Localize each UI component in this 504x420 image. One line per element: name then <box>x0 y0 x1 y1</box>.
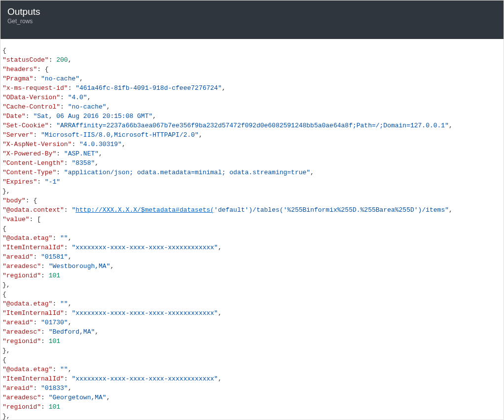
json-line: "@odata.etag": "", <box>2 365 502 374</box>
json-line: { <box>2 224 502 233</box>
json-line: "@odata.etag": "", <box>2 233 502 243</box>
json-line: "areadesc": "Bedford,MA", <box>2 327 502 337</box>
json-line: }, <box>2 346 502 355</box>
json-line: "X-AspNet-Version": "4.0.30319", <box>2 140 502 149</box>
json-line: "Server": "Microsoft-IIS/8.0,Microsoft-H… <box>2 130 502 140</box>
json-line: "ItemInternalId": "xxxxxxxx-xxxx-xxxx-xx… <box>2 243 502 252</box>
json-line: "regionid": 101 <box>2 271 502 280</box>
json-line: "areadesc": "Westborough,MA", <box>2 262 502 271</box>
json-line: "x-ms-request-id": "461a46fc-81fb-4091-9… <box>2 83 502 93</box>
json-line: "Pragma": "no-cache", <box>2 74 502 83</box>
json-line: "ItemInternalId": "xxxxxxxx-xxxx-xxxx-xx… <box>2 308 502 318</box>
panel-header: Outputs Get_rows <box>0 0 504 39</box>
json-line: "areaid": "01730", <box>2 318 502 327</box>
json-line: "Set-Cookie": "ARRAffinity=2237a66b3aea0… <box>2 121 502 130</box>
json-line: { <box>2 290 502 299</box>
json-line: "areaid": "01581", <box>2 252 502 262</box>
json-line: "OData-Version": "4.0", <box>2 93 502 102</box>
json-line: "headers": { <box>2 65 502 74</box>
json-line: "regionid": 101 <box>2 337 502 346</box>
json-line: "Date": "Sat, 06 Aug 2016 20:15:08 GMT", <box>2 112 502 121</box>
json-line: "body": { <box>2 196 502 205</box>
json-line: "Content-Length": "8358", <box>2 158 502 168</box>
json-line: }, <box>2 187 502 196</box>
json-line: "X-Powered-By": "ASP.NET", <box>2 149 502 158</box>
json-line: }, <box>2 412 502 420</box>
json-line: "statusCode": 200, <box>2 55 502 65</box>
json-line: "ItemInternalId": "xxxxxxxx-xxxx-xxxx-xx… <box>2 374 502 383</box>
json-line: "Cache-Control": "no-cache", <box>2 102 502 112</box>
panel-title: Outputs <box>7 6 497 17</box>
json-line: "areadesc": "Georgetown,MA", <box>2 393 502 402</box>
json-line: "areaid": "01833", <box>2 383 502 393</box>
json-line: { <box>2 355 502 365</box>
json-line: "regionid": 101 <box>2 402 502 412</box>
json-line: "@odata.etag": "", <box>2 299 502 308</box>
json-output-body: { "statusCode": 200, "headers": { "Pragm… <box>0 39 504 420</box>
json-line: }, <box>2 280 502 290</box>
json-line: "value": [ <box>2 215 502 224</box>
json-line: { <box>2 46 502 55</box>
json-line: "Content-Type": "application/json; odata… <box>2 168 502 177</box>
json-line: "@odata.context": "http://XXX.X.X.X/$met… <box>2 205 502 215</box>
panel-subtitle: Get_rows <box>7 18 497 25</box>
json-line: "Expires": "-1" <box>2 177 502 187</box>
odata-context-link[interactable]: http://XXX.X.X.X/$metadata#datasets( <box>75 206 214 214</box>
